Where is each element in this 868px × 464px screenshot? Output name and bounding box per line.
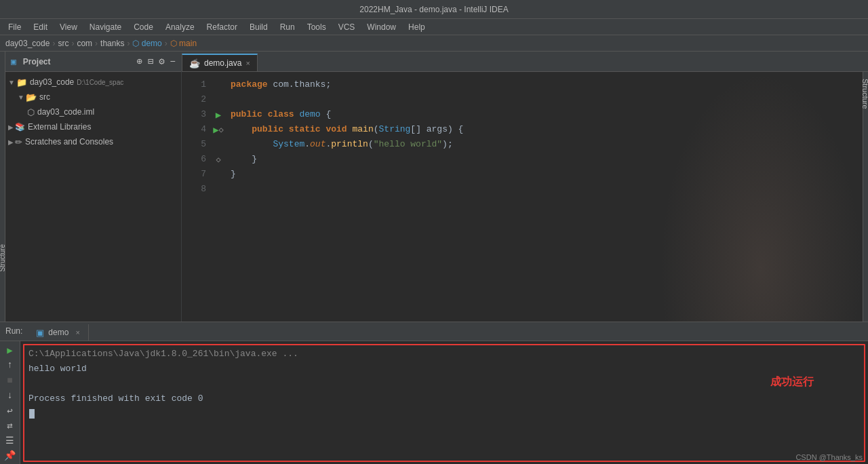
breadcrumb-project[interactable]: day03_code: [5, 39, 50, 48]
expand-arrow-day03: ▼: [8, 79, 15, 86]
folder-icon-src: 📂: [26, 92, 37, 102]
menu-code[interactable]: Code: [128, 21, 159, 33]
code-line-2: [231, 92, 860, 107]
expand-arrow-scratches: ▶: [8, 138, 14, 146]
gutter-row-7: [209, 167, 228, 182]
bookmark-icon-6: ◇: [216, 155, 220, 165]
breadcrumb-thanks[interactable]: thanks: [100, 39, 124, 48]
code-line-5: System.out.println("hello world");: [231, 137, 860, 152]
minimize-icon[interactable]: −: [170, 56, 176, 67]
tree-label-day03: day03_code: [30, 77, 74, 87]
options-icon[interactable]: ⊟: [148, 56, 153, 67]
gutter-row-4[interactable]: ▶ ◇: [209, 122, 228, 137]
output-line-1: C:\1Applications\Java\jdk1.8.0_261\bin\j…: [28, 347, 860, 362]
breadcrumb-demo[interactable]: ⬡ demo: [132, 39, 161, 48]
tab-label-demo: demo.java: [204, 58, 241, 68]
breadcrumb-com[interactable]: com: [77, 39, 92, 48]
success-annotation: 成功运行: [770, 375, 814, 389]
code-line-3: public class demo {: [231, 107, 860, 122]
tree-label-src: src: [39, 92, 50, 102]
run-pin-button[interactable]: 📌: [2, 450, 18, 462]
title-bar: 2022HM_Java - demo.java - IntelliJ IDEA: [0, 0, 868, 19]
menu-navigate[interactable]: Navigate: [84, 21, 127, 33]
menu-build[interactable]: Build: [244, 21, 273, 33]
tree-item-scratches[interactable]: ▶ ✏ Scratches and Consoles: [5, 134, 181, 149]
menu-file[interactable]: File: [3, 21, 26, 33]
editor-tabs: ☕ demo.java ×: [182, 52, 868, 72]
iml-icon: ⬡: [27, 107, 35, 117]
menu-bar: File Edit View Navigate Code Analyze Ref…: [0, 19, 868, 35]
output-line-cursor: [28, 406, 860, 421]
menu-refactor[interactable]: Refactor: [201, 21, 243, 33]
bottom-panel: Run: ▣ demo × ▶ ↑ ■ ↓ ↩ ⇄ ☰ 📌 C:\1Applic…: [0, 322, 868, 464]
project-icon: ▣: [11, 56, 16, 67]
run-label: Run:: [0, 322, 28, 341]
run-class-icon[interactable]: ▶: [216, 109, 221, 121]
breadcrumb-src[interactable]: src: [58, 39, 68, 48]
project-header-title: Project: [23, 57, 75, 66]
code-line-4: public static void main(String[] args) {: [231, 122, 860, 137]
run-tab-icon: ▣: [36, 328, 44, 338]
scratch-icon: ✏: [15, 137, 22, 147]
run-scroll-up-button[interactable]: ↑: [2, 359, 18, 371]
run-toolbar: ▶ ↑ ■ ↓ ↩ ⇄ ☰ 📌: [0, 341, 20, 464]
gutter-row-8: [209, 182, 228, 197]
code-line-8: [231, 182, 860, 197]
menu-window[interactable]: Window: [361, 21, 401, 33]
copyright-text: CSDN @Thanks_ks: [795, 453, 863, 461]
run-play-button[interactable]: ▶: [2, 344, 18, 356]
tree-item-ext-libs[interactable]: ▶ 📚 External Libraries: [5, 119, 181, 134]
gutter-row-3[interactable]: ▶: [209, 107, 228, 122]
java-file-icon: ☕: [189, 58, 200, 69]
run-tab-close[interactable]: ×: [75, 328, 79, 336]
gutter-row-5: [209, 137, 228, 152]
output-line-3: [28, 376, 860, 391]
run-main-icon[interactable]: ▶: [213, 124, 218, 136]
tree-path-day03: D:\1Code_spac: [77, 79, 123, 86]
run-wrap-button[interactable]: ↩: [2, 404, 18, 417]
run-scroll-down-button[interactable]: ↓: [2, 389, 18, 402]
tree-label-iml: day03_code.iml: [37, 107, 94, 117]
gutter-row-1: [209, 77, 228, 92]
menu-help[interactable]: Help: [403, 21, 431, 33]
menu-tools[interactable]: Tools: [302, 21, 332, 33]
bookmark-icon-4: ◇: [219, 125, 224, 135]
expand-arrow-src: ▼: [18, 94, 24, 101]
scope-icon[interactable]: ⊕: [136, 56, 142, 67]
settings-icon[interactable]: ⚙: [159, 56, 164, 67]
menu-analyze[interactable]: Analyze: [160, 21, 200, 33]
run-content: ▶ ↑ ■ ↓ ↩ ⇄ ☰ 📌 C:\1Applications\Java\jd…: [0, 341, 868, 464]
menu-vcs[interactable]: VCS: [333, 21, 361, 33]
code-line-1: package com.thanks;: [231, 77, 860, 92]
breadcrumb-main[interactable]: ⬡ main: [170, 39, 197, 48]
breadcrumb: day03_code › src › com › thanks › ⬡ demo…: [0, 35, 868, 52]
gutter-row-6: ◇: [209, 152, 228, 167]
run-tabs: Run: ▣ demo ×: [0, 322, 868, 341]
tree-label-scratches: Scratches and Consoles: [25, 137, 113, 147]
tree-item-day03-code[interactable]: ▼ 📁 day03_code D:\1Code_spac: [5, 75, 181, 90]
bottom-status: CSDN @Thanks_ks: [795, 450, 863, 464]
output-line-4: Process finished with exit code 0: [28, 391, 860, 406]
menu-run[interactable]: Run: [275, 21, 300, 33]
structure-tab-label: Structure: [0, 244, 6, 272]
tree-item-src[interactable]: ▼ 📂 src: [5, 90, 181, 104]
code-line-7: }: [231, 167, 860, 182]
tab-close-demo[interactable]: ×: [245, 59, 250, 67]
run-tab-demo[interactable]: ▣ demo ×: [28, 324, 88, 341]
tree-label-ext-libs: External Libraries: [28, 122, 91, 132]
output-line-2: hello world: [28, 362, 860, 376]
expand-arrow-ext-libs: ▶: [8, 123, 14, 131]
gutter-row-2: [209, 92, 228, 107]
run-output: C:\1Applications\Java\jdk1.8.0_261\bin\j…: [20, 341, 868, 464]
title-bar-text: 2022HM_Java - demo.java - IntelliJ IDEA: [359, 5, 508, 14]
project-panel-header: ▣ Project ⊕ ⊟ ⚙ −: [5, 52, 181, 72]
tree-item-iml[interactable]: ⬡ day03_code.iml: [5, 104, 181, 119]
terminal-cursor: [29, 409, 35, 419]
menu-edit[interactable]: Edit: [28, 21, 53, 33]
run-tab-label: demo: [48, 328, 68, 337]
run-filter-button[interactable]: ⇄: [2, 419, 18, 431]
menu-view[interactable]: View: [54, 21, 83, 33]
run-layout-button[interactable]: ☰: [2, 435, 18, 447]
run-stop-button[interactable]: ■: [2, 374, 18, 387]
editor-tab-demo[interactable]: ☕ demo.java ×: [182, 54, 258, 71]
